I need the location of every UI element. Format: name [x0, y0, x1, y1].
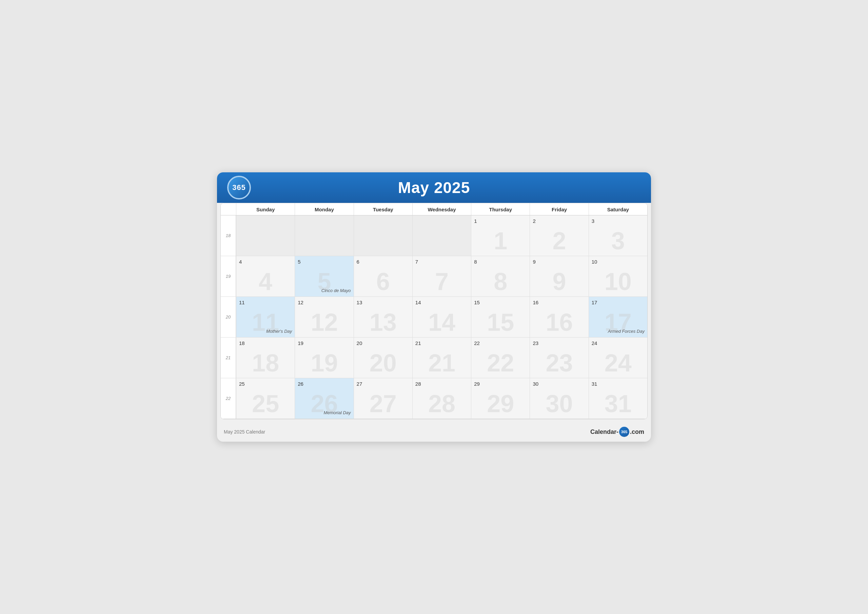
day-cell-27[interactable]: 2727	[353, 378, 412, 419]
day-cell-5[interactable]: 55Cinco de Mayo	[294, 256, 353, 297]
week-number-2: 20	[221, 297, 236, 337]
day-bg-number: 28	[428, 392, 456, 416]
day-number: 13	[357, 300, 409, 305]
day-number: 20	[357, 340, 409, 346]
day-cell-21[interactable]: 2121	[412, 337, 471, 378]
day-cell-empty[interactable]	[294, 215, 353, 256]
dow-monday: Monday	[294, 203, 353, 215]
day-cell-26[interactable]: 2626Memorial Day	[294, 378, 353, 419]
logo-circle: 365	[227, 176, 251, 199]
day-number: 9	[533, 259, 586, 264]
day-cell-31[interactable]: 3131	[589, 378, 647, 419]
day-cell-15[interactable]: 1515	[471, 297, 530, 337]
day-number: 27	[357, 381, 409, 387]
day-bg-number: 8	[494, 269, 507, 294]
day-bg-number: 10	[604, 269, 632, 294]
dow-tuesday: Tuesday	[353, 203, 412, 215]
footer-brand-suffix: .com	[630, 429, 644, 435]
day-cell-2[interactable]: 22	[530, 215, 588, 256]
day-event: Memorial Day	[324, 410, 350, 415]
day-cell-17[interactable]: 1717Armed Forces Day	[589, 297, 647, 337]
day-cell-28[interactable]: 2828	[412, 378, 471, 419]
dow-sunday: Sunday	[236, 203, 294, 215]
calendar-grid: 18112233194455Cinco de Mayo6677889910102…	[221, 215, 647, 419]
day-cell-11[interactable]: 1111Mother's Day	[236, 297, 294, 337]
day-bg-number: 25	[252, 392, 279, 416]
day-bg-number: 15	[487, 310, 514, 334]
day-cell-14[interactable]: 1414	[412, 297, 471, 337]
day-cell-16[interactable]: 1616	[530, 297, 588, 337]
day-cell-19[interactable]: 1919	[294, 337, 353, 378]
day-number: 17	[592, 300, 645, 305]
day-number: 2	[533, 218, 586, 224]
day-bg-number: 22	[487, 351, 514, 375]
day-bg-number: 29	[487, 392, 514, 416]
day-number: 21	[415, 340, 468, 346]
day-bg-number: 24	[604, 351, 632, 375]
day-bg-number: 21	[428, 351, 456, 375]
day-number: 31	[592, 381, 645, 387]
day-cell-empty[interactable]	[353, 215, 412, 256]
day-cell-22[interactable]: 2222	[471, 337, 530, 378]
day-bg-number: 3	[611, 229, 625, 253]
day-cell-empty[interactable]	[236, 215, 294, 256]
week-number-4: 22	[221, 378, 236, 419]
day-number: 22	[474, 340, 527, 346]
day-event: Armed Forces Day	[608, 329, 645, 334]
day-number: 26	[298, 381, 350, 387]
day-cell-23[interactable]: 2323	[530, 337, 588, 378]
calendar-title: May 2025	[227, 179, 641, 197]
logo-text: 365	[232, 183, 246, 192]
day-cell-empty[interactable]	[412, 215, 471, 256]
day-bg-number: 31	[604, 392, 632, 416]
day-number: 30	[533, 381, 586, 387]
day-cell-1[interactable]: 11	[471, 215, 530, 256]
day-number: 25	[239, 381, 292, 387]
day-cell-20[interactable]: 2020	[353, 337, 412, 378]
calendar-body: Sunday Monday Tuesday Wednesday Thursday…	[220, 203, 648, 419]
day-cell-7[interactable]: 77	[412, 256, 471, 297]
day-cell-18[interactable]: 1818	[236, 337, 294, 378]
week-num-header	[221, 203, 236, 215]
calendar-footer: May 2025 Calendar Calendar- 365 .com	[217, 423, 651, 438]
day-cell-4[interactable]: 44	[236, 256, 294, 297]
day-cell-25[interactable]: 2525	[236, 378, 294, 419]
day-number: 12	[298, 300, 350, 305]
week-number-0: 18	[221, 215, 236, 256]
dow-saturday: Saturday	[589, 203, 647, 215]
day-bg-number: 1	[494, 229, 507, 253]
day-number: 3	[592, 218, 645, 224]
week-number-3: 21	[221, 337, 236, 378]
day-number: 8	[474, 259, 527, 264]
day-cell-12[interactable]: 1212	[294, 297, 353, 337]
footer-365-badge: 365	[619, 427, 629, 437]
day-cell-24[interactable]: 2424	[589, 337, 647, 378]
footer-label: May 2025 Calendar	[224, 429, 265, 435]
day-bg-number: 2	[553, 229, 566, 253]
day-cell-10[interactable]: 1010	[589, 256, 647, 297]
day-number: 10	[592, 259, 645, 264]
day-cell-9[interactable]: 99	[530, 256, 588, 297]
day-cell-29[interactable]: 2929	[471, 378, 530, 419]
day-bg-number: 12	[311, 310, 338, 334]
dow-wednesday: Wednesday	[412, 203, 471, 215]
day-bg-number: 30	[546, 392, 573, 416]
day-cell-30[interactable]: 3030	[530, 378, 588, 419]
day-bg-number: 13	[370, 310, 397, 334]
day-bg-number: 20	[370, 351, 397, 375]
day-cell-3[interactable]: 33	[589, 215, 647, 256]
day-cell-8[interactable]: 88	[471, 256, 530, 297]
day-bg-number: 9	[553, 269, 566, 294]
day-number: 19	[298, 340, 350, 346]
day-bg-number: 4	[259, 269, 272, 294]
days-of-week-row: Sunday Monday Tuesday Wednesday Thursday…	[221, 203, 647, 215]
day-number: 18	[239, 340, 292, 346]
day-number: 28	[415, 381, 468, 387]
day-bg-number: 27	[370, 392, 397, 416]
day-bg-number: 18	[252, 351, 279, 375]
day-cell-6[interactable]: 66	[353, 256, 412, 297]
day-event: Cinco de Mayo	[321, 288, 351, 293]
day-bg-number: 16	[546, 310, 573, 334]
calendar-page: 365 May 2025 Sunday Monday Tuesday Wedne…	[217, 173, 651, 441]
day-cell-13[interactable]: 1313	[353, 297, 412, 337]
